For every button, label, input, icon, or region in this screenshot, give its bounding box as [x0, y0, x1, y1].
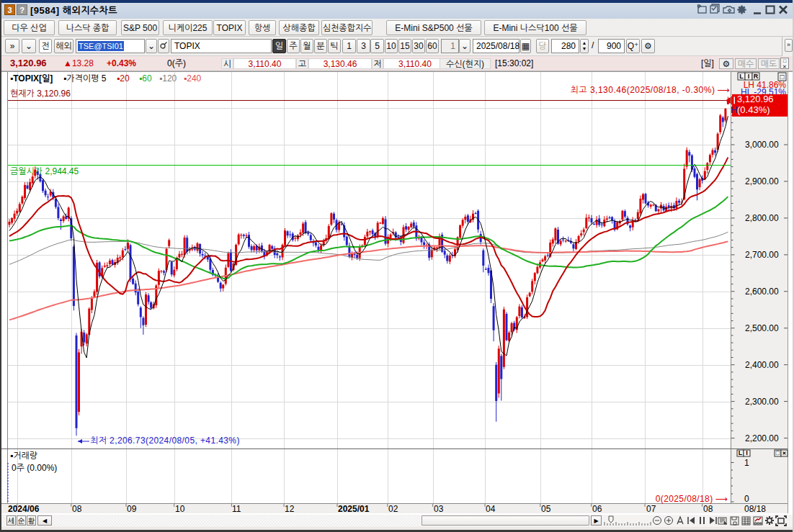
svg-text:현재가 3,120.96: 현재가 3,120.96	[10, 89, 71, 99]
svg-text:08: 08	[72, 504, 82, 513]
svg-text:□: □	[780, 73, 784, 81]
svg-text:✕: ✕	[782, 451, 787, 456]
svg-text:2,600.00: 2,600.00	[745, 287, 779, 297]
svg-text:2,700.00: 2,700.00	[745, 250, 779, 260]
svg-text:▪가격이평 5: ▪가격이평 5	[63, 73, 107, 84]
svg-text:08/18: 08/18	[744, 504, 766, 513]
svg-text:03: 03	[434, 504, 444, 513]
svg-text:0: 0	[744, 494, 749, 504]
svg-text:0(2025/08/18) ⟶: 0(2025/08/18) ⟶	[656, 494, 728, 504]
svg-text:04: 04	[486, 504, 496, 513]
svg-text:3,120.96: 3,120.96	[737, 94, 774, 104]
svg-text:최저 2,206.73(2024/08/05, +41.43: 최저 2,206.73(2024/08/05, +41.43%)	[90, 436, 240, 446]
svg-text:3,000.00: 3,000.00	[745, 140, 779, 150]
svg-text:□: □	[776, 449, 780, 456]
svg-text:L: L	[739, 449, 743, 456]
svg-text:02: 02	[388, 504, 398, 513]
svg-text:H: H	[731, 104, 737, 115]
svg-text:L: L	[739, 73, 744, 80]
svg-text:최고 3,130.46(2025/08/18, -0.30%: 최고 3,130.46(2025/08/18, -0.30%) ⟶	[571, 85, 730, 95]
svg-text:2025/01: 2025/01	[338, 504, 370, 513]
svg-text:▪TOPIX[일]: ▪TOPIX[일]	[10, 73, 53, 84]
svg-text:0주 (0.00%): 0주 (0.00%)	[12, 463, 57, 473]
svg-text:10: 10	[175, 504, 185, 513]
svg-text:▪20: ▪20	[117, 73, 130, 84]
svg-text:05: 05	[541, 504, 551, 513]
svg-text:1: 1	[744, 458, 749, 468]
svg-text:11: 11	[232, 504, 241, 513]
svg-text:09: 09	[127, 504, 137, 513]
svg-text:12: 12	[285, 504, 295, 513]
svg-text:2,900.00: 2,900.00	[745, 176, 779, 186]
svg-text:2,400.00: 2,400.00	[745, 360, 779, 370]
svg-text:▪거래량: ▪거래량	[10, 451, 37, 461]
svg-text:(0.43%): (0.43%)	[737, 104, 770, 115]
svg-text:▪60: ▪60	[139, 73, 152, 84]
svg-text:06: 06	[592, 504, 602, 513]
svg-text:I: I	[748, 73, 750, 80]
svg-text:▪240: ▪240	[184, 73, 202, 84]
svg-text:2,500.00: 2,500.00	[745, 323, 779, 333]
svg-text:▪120: ▪120	[159, 73, 177, 84]
svg-text:2,300.00: 2,300.00	[745, 397, 779, 407]
svg-text:2024/06: 2024/06	[8, 504, 40, 513]
svg-text:2,200.00: 2,200.00	[745, 433, 779, 443]
svg-text:2,800.00: 2,800.00	[745, 213, 779, 223]
svg-text:I: I	[746, 449, 748, 456]
svg-text:07: 07	[646, 504, 656, 513]
svg-text:R: R	[754, 73, 759, 80]
svg-text:금월시가 2,944.45: 금월시가 2,944.45	[10, 166, 79, 176]
svg-text:08: 08	[703, 504, 713, 513]
